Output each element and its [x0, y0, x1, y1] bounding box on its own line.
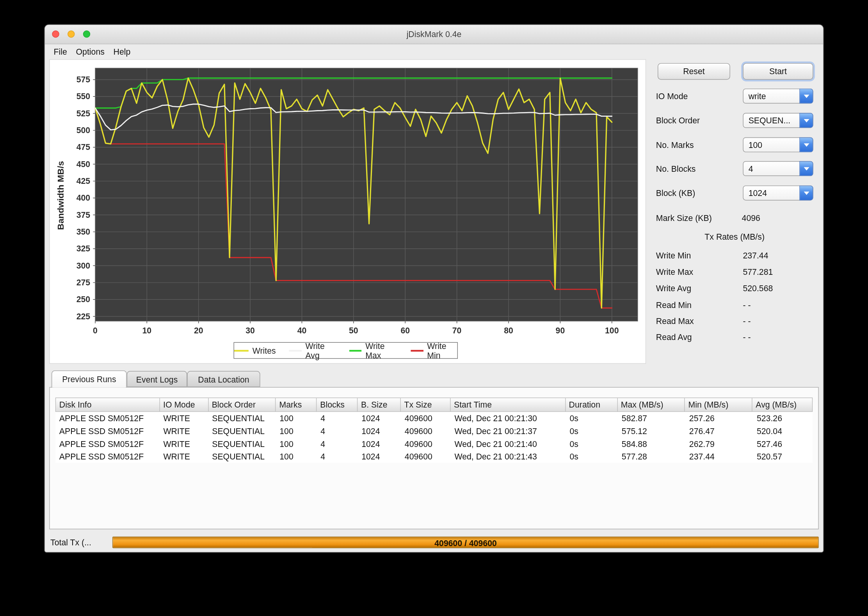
read-max-value: - -: [743, 314, 751, 328]
menu-file[interactable]: File: [54, 47, 67, 56]
col-start-time[interactable]: Start Time: [451, 398, 566, 411]
legend-item-write-max: Write Max: [349, 341, 397, 360]
write-avg-value: 520.568: [743, 281, 773, 296]
col-avg[interactable]: Avg (MB/s): [752, 398, 812, 411]
table-row[interactable]: APPLE SSD SM0512F WRITE SEQUENTIAL 100 4…: [55, 425, 813, 438]
chart-panel: 0102030405060708090100225250275300325350…: [49, 59, 646, 364]
mark-size-label: Mark Size (KB): [656, 213, 712, 223]
no-blocks-dropdown[interactable]: 4: [743, 161, 813, 176]
block-order-dropdown[interactable]: SEQUEN...: [743, 113, 813, 128]
bandwidth-chart: 0102030405060708090100225250275300325350…: [50, 60, 647, 364]
write-min-row: Write Min 237.44: [656, 249, 813, 263]
dropdown-button[interactable]: [799, 161, 813, 176]
dropdown-button[interactable]: [799, 137, 813, 152]
svg-text:250: 250: [76, 295, 90, 304]
chevron-down-icon: [804, 94, 809, 98]
table-row[interactable]: APPLE SSD SM0512F WRITE SEQUENTIAL 100 4…: [55, 450, 813, 463]
block-kb-label: Block (KB): [656, 188, 695, 198]
y-axis-label: Bandwidth MB/s: [56, 140, 66, 251]
col-tx-size[interactable]: Tx Size: [401, 398, 450, 411]
tab-event-logs[interactable]: Event Logs: [127, 371, 187, 387]
menubar: File Options Help: [45, 44, 823, 59]
svg-text:60: 60: [400, 326, 410, 335]
write-avg-row: Write Avg 520.568: [656, 281, 813, 296]
write-max-value: 577.281: [743, 265, 773, 279]
io-mode-dropdown[interactable]: write: [743, 89, 813, 103]
no-marks-dropdown[interactable]: 100: [743, 137, 813, 152]
write-max-row: Write Max 577.281: [656, 265, 813, 279]
progress-text: 409600 / 409600: [113, 537, 818, 548]
tab-data-location[interactable]: Data Location: [187, 371, 260, 387]
write-avg-line-swatch: [289, 350, 302, 351]
no-marks-label: No. Marks: [656, 140, 694, 150]
svg-text:500: 500: [76, 126, 90, 135]
tab-previous-runs[interactable]: Previous Runs: [52, 370, 127, 388]
no-blocks-label: No. Blocks: [656, 164, 696, 173]
svg-text:225: 225: [76, 312, 91, 321]
no-marks-row: No. Marks 100: [656, 137, 813, 152]
table-header: Disk Info IO Mode Block Order Marks Bloc…: [55, 397, 813, 412]
col-max[interactable]: Max (MB/s): [617, 398, 685, 411]
dropdown-button[interactable]: [799, 113, 813, 128]
writes-line-swatch: [234, 350, 249, 351]
svg-text:40: 40: [297, 326, 307, 335]
read-avg-row: Read Avg - -: [656, 330, 813, 344]
menu-options[interactable]: Options: [76, 47, 105, 56]
svg-text:575: 575: [76, 75, 91, 84]
titlebar[interactable]: jDiskMark 0.4e: [45, 25, 823, 45]
no-blocks-row: No. Blocks 4: [656, 161, 813, 176]
svg-text:325: 325: [76, 244, 91, 253]
col-marks[interactable]: Marks: [276, 398, 317, 411]
col-b-size[interactable]: B. Size: [358, 398, 401, 411]
col-duration[interactable]: Duration: [566, 398, 617, 411]
svg-text:70: 70: [452, 326, 462, 335]
table-row[interactable]: APPLE SSD SM0512F WRITE SEQUENTIAL 100 4…: [55, 412, 813, 425]
svg-text:90: 90: [556, 326, 565, 335]
dropdown-button[interactable]: [799, 89, 813, 103]
total-tx-label: Total Tx (...: [50, 536, 91, 548]
col-min[interactable]: Min (MB/s): [685, 398, 752, 411]
legend-item-write-avg: Write Avg: [289, 341, 336, 360]
block-kb-row: Block (KB) 1024: [656, 185, 813, 200]
mark-size-row: Mark Size (KB) 4096: [656, 210, 813, 225]
svg-text:425: 425: [76, 176, 91, 186]
svg-text:50: 50: [349, 326, 358, 335]
runs-table: Disk Info IO Mode Block Order Marks Bloc…: [55, 397, 813, 463]
col-io-mode[interactable]: IO Mode: [160, 398, 209, 411]
legend-item-write-min: Write Min: [411, 341, 457, 360]
col-blocks[interactable]: Blocks: [317, 398, 358, 411]
svg-text:30: 30: [245, 326, 255, 335]
block-order-label: Block Order: [656, 116, 700, 125]
svg-text:400: 400: [76, 193, 90, 203]
read-max-row: Read Max - -: [656, 314, 813, 328]
chevron-down-icon: [804, 143, 809, 147]
reset-button[interactable]: Reset: [658, 63, 730, 80]
svg-text:300: 300: [76, 261, 90, 271]
read-min-row: Read Min - -: [656, 298, 813, 312]
write-max-line-swatch: [349, 350, 361, 351]
start-button[interactable]: Start: [743, 63, 813, 80]
read-avg-value: - -: [743, 330, 751, 344]
svg-text:450: 450: [76, 160, 90, 169]
jdiskmark-window: jDiskMark 0.4e File Options Help 0102030…: [44, 24, 824, 552]
tx-rates-title: Tx Rates (MB/s): [656, 232, 813, 241]
write-min-value: 237.44: [743, 249, 768, 263]
svg-text:475: 475: [76, 142, 91, 152]
io-mode-label: IO Mode: [656, 91, 688, 101]
svg-text:550: 550: [76, 92, 90, 101]
chevron-down-icon: [804, 167, 809, 171]
previous-runs-pane: Disk Info IO Mode Block Order Marks Bloc…: [49, 387, 819, 529]
col-block-order[interactable]: Block Order: [208, 398, 276, 411]
legend-item-writes: Writes: [234, 346, 276, 355]
svg-text:10: 10: [142, 326, 152, 335]
total-tx-progressbar: 409600 / 409600: [112, 536, 819, 548]
svg-text:275: 275: [76, 278, 91, 287]
chart-legend: Writes Write Avg Write Max Write Min: [234, 342, 458, 359]
dropdown-button[interactable]: [799, 185, 813, 200]
menu-help[interactable]: Help: [114, 47, 131, 56]
svg-text:20: 20: [194, 326, 203, 335]
col-disk-info[interactable]: Disk Info: [56, 398, 160, 411]
table-row[interactable]: APPLE SSD SM0512F WRITE SEQUENTIAL 100 4…: [55, 438, 813, 450]
io-mode-row: IO Mode write: [656, 89, 813, 103]
block-kb-dropdown[interactable]: 1024: [743, 185, 813, 200]
